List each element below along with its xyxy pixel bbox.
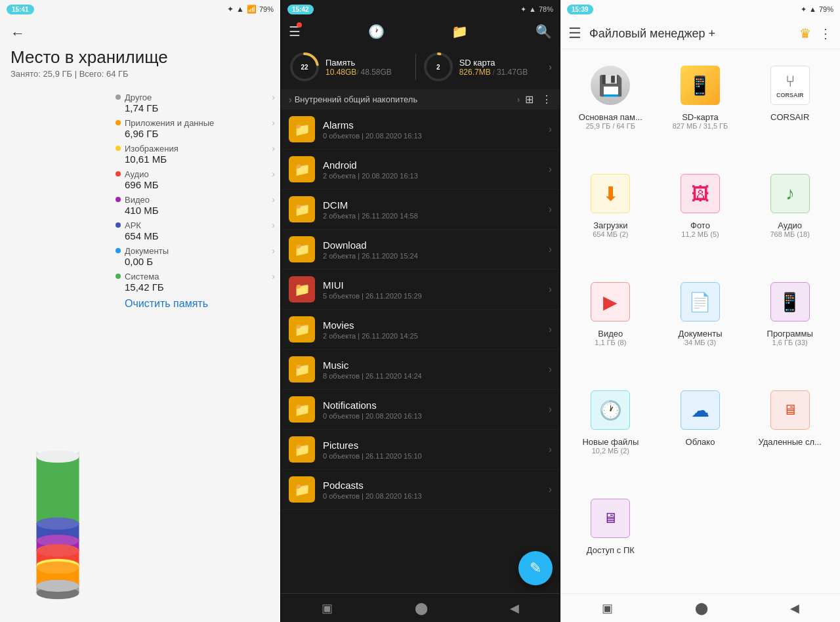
breadcrumb-icons: ⊞ ⋮: [525, 93, 552, 106]
menu-icon-3[interactable]: ☰: [568, 25, 581, 42]
file-item[interactable]: 📁 Podcasts 0 объектов | 20.08.2020 16:13…: [281, 470, 560, 510]
file-name: Music: [323, 360, 549, 371]
folder-icon: 📁: [289, 116, 315, 142]
category-video[interactable]: ▶ Видео 1,1 ГБ (8): [566, 271, 656, 379]
folder-icon: 📁: [289, 396, 315, 423]
panel-storage: 15:41 ✦ ▲ 📶 79% ← Место в хранилище Заня…: [0, 0, 280, 622]
category-downloads[interactable]: ⬇ Загрузки 654 МБ (2): [566, 163, 656, 271]
category-icon-docs: 📄: [677, 279, 723, 325]
history-icon[interactable]: 🕐: [368, 24, 385, 39]
internal-info: Память 10.48GB/ 48.58GB: [326, 58, 392, 77]
category-main-memory[interactable]: 💾 Основная пам... 25,9 ГБ / 64 ГБ: [566, 54, 656, 163]
nav-back-2[interactable]: ◀: [494, 596, 535, 621]
fab-button[interactable]: ✎: [518, 551, 553, 585]
file-name: Notifications: [323, 400, 549, 411]
clear-memory-button[interactable]: Очистить память: [125, 298, 275, 310]
file-item[interactable]: 📁 Alarms 0 объектов | 20.08.2020 16:13 ›: [281, 110, 560, 150]
nav-recent-3[interactable]: ▣: [586, 596, 629, 621]
storage-legend: Другое › 1,74 ГБ Приложения и данные › 6…: [110, 87, 275, 622]
file-meta: 5 объектов | 26.11.2020 15:29: [323, 292, 549, 300]
back-button[interactable]: ←: [10, 25, 270, 42]
category-recent[interactable]: 🕐 Новые файлы 10,2 МБ (2): [566, 379, 656, 487]
legend-item[interactable]: Документы › 0,00 Б: [116, 245, 275, 267]
legend-item[interactable]: Изображения › 10,61 МБ: [116, 143, 275, 165]
file-chevron: ›: [549, 363, 552, 375]
category-grid: 💾 Основная пам... 25,9 ГБ / 64 ГБ 📱 SD-к…: [560, 49, 840, 593]
category-sd-card[interactable]: 📱 SD-карта 827 МБ / 31,5 ГБ: [656, 54, 746, 163]
file-item[interactable]: 📁 Notifications 0 объектов | 20.08.2020 …: [281, 390, 560, 430]
file-item[interactable]: 📁 Music 8 объектов | 26.11.2020 14:24 ›: [281, 350, 560, 390]
file-meta: 0 объектов | 20.08.2020 16:13: [323, 492, 549, 500]
file-info: Notifications 0 объектов | 20.08.2020 16…: [323, 400, 549, 420]
nav-back-3[interactable]: ◀: [774, 596, 815, 621]
file-chevron: ›: [549, 444, 552, 455]
menu-icon-2[interactable]: ☰: [289, 24, 301, 39]
category-docs[interactable]: 📄 Документы 34 МБ (3): [656, 271, 746, 379]
legend-item[interactable]: Другое › 1,74 ГБ: [116, 92, 275, 114]
category-cloud[interactable]: ☁ Облако: [656, 379, 746, 487]
storage-divider: [415, 54, 416, 80]
file-item[interactable]: 📁 MIUI 5 объектов | 26.11.2020 15:29 ›: [281, 270, 560, 310]
legend-item[interactable]: Система › 15,42 ГБ: [116, 271, 275, 293]
file-info: Download 2 объекта | 26.11.2020 15:24: [323, 239, 549, 260]
file-name: MIUI: [323, 280, 549, 291]
nav-recent-2[interactable]: ▣: [306, 596, 348, 621]
category-sublabel-downloads: 654 МБ (2): [593, 230, 628, 238]
battery-2: 78%: [539, 5, 553, 13]
more-options-icon[interactable]: ⋮: [541, 93, 552, 106]
legend-item[interactable]: Видео › 410 МБ: [116, 194, 275, 216]
category-pc-access[interactable]: 🖥 Доступ с ПК: [566, 487, 656, 588]
file-item[interactable]: 📁 Download 2 объекта | 26.11.2020 15:24 …: [281, 230, 560, 270]
file-item[interactable]: 📁 Android 2 объекта | 20.08.2020 16:13 ›: [281, 150, 560, 190]
svg-point-11: [37, 545, 79, 557]
category-remote[interactable]: 🖥 Удаленные сл...: [745, 379, 835, 487]
fab-icon: ✎: [530, 560, 541, 577]
category-label-docs: Документы: [678, 329, 722, 339]
category-label-main-memory: Основная пам...: [579, 112, 642, 122]
category-corsair[interactable]: ⑂CORSAIR CORSAIR: [745, 54, 835, 163]
folder-icon: 📁: [289, 316, 315, 342]
category-label-downloads: Загрузки: [593, 220, 627, 230]
legend-item[interactable]: Аудио › 696 МБ: [116, 169, 275, 190]
file-item[interactable]: 📁 DCIM 2 объекта | 26.11.2020 14:58 ›: [281, 190, 560, 230]
sd-circle: 2: [423, 51, 454, 83]
search-icon-2[interactable]: 🔍: [536, 24, 552, 39]
sd-storage-card[interactable]: 2 SD карта 826.7MB / 31.47GB: [423, 51, 543, 83]
panel-files: 15:42 ✦ ▲ 78% ☰ 🕐 📁 🔍: [280, 0, 560, 622]
category-photos[interactable]: 🖼 Фото 11,2 МБ (5): [656, 163, 746, 271]
category-audio[interactable]: ♪ Аудио 768 МБ (18): [745, 163, 835, 271]
crown-icon: ♛: [799, 26, 811, 41]
panel-filemanager: 15:39 ✦ ▲ 79% ☰ Файловый менеджер + ♛ ⋮ …: [560, 0, 840, 622]
nav-home-3[interactable]: ⬤: [679, 596, 724, 621]
file-chevron: ›: [549, 404, 552, 415]
category-apps[interactable]: 📱 Программы 1,6 ГБ (33): [745, 271, 835, 379]
folder-icon-top[interactable]: 📁: [452, 24, 468, 39]
category-icon-recent: 🕐: [587, 387, 633, 433]
storage-header: ← Место в хранилище Занято: 25,9 ГБ | Вс…: [0, 18, 280, 87]
internal-percent: 22: [301, 64, 308, 71]
grid-view-icon[interactable]: ⊞: [525, 93, 534, 106]
file-chevron: ›: [549, 163, 552, 175]
category-icon-photos: 🖼: [677, 171, 723, 217]
more-icon-3[interactable]: ⋮: [819, 26, 832, 41]
category-label-corsair: CORSAIR: [770, 112, 809, 122]
nav-bar-3: ▣ ⬤ ◀: [560, 593, 840, 622]
file-item[interactable]: 📁 Pictures 0 объектов | 26.11.2020 15:10…: [281, 430, 560, 470]
sd-used: 826.7MB: [459, 68, 491, 77]
category-label-cloud: Облако: [686, 437, 715, 447]
legend-item[interactable]: Приложения и данные › 6,96 ГБ: [116, 117, 275, 139]
internal-storage-card[interactable]: 22 Память 10.48GB/ 48.58GB: [289, 51, 409, 83]
file-meta: 0 объектов | 20.08.2020 16:13: [323, 132, 549, 140]
category-label-photos: Фото: [690, 220, 710, 230]
file-meta: 8 объектов | 26.11.2020 14:24: [323, 372, 549, 380]
signal-icon: 📶: [247, 5, 257, 14]
app-title: Файловый менеджер +: [589, 27, 791, 41]
notification-dot: [297, 22, 302, 28]
legend-item[interactable]: АРК › 654 МБ: [116, 220, 275, 241]
nav-home-2[interactable]: ⬤: [399, 596, 444, 621]
file-item[interactable]: 📁 Movies 2 объекта | 26.11.2020 14:25 ›: [281, 310, 560, 350]
category-label-apps: Программы: [767, 329, 813, 339]
svg-point-17: [37, 562, 79, 574]
breadcrumb-expand: ›: [517, 95, 520, 104]
category-sublabel-photos: 11,2 МБ (5): [681, 230, 719, 238]
